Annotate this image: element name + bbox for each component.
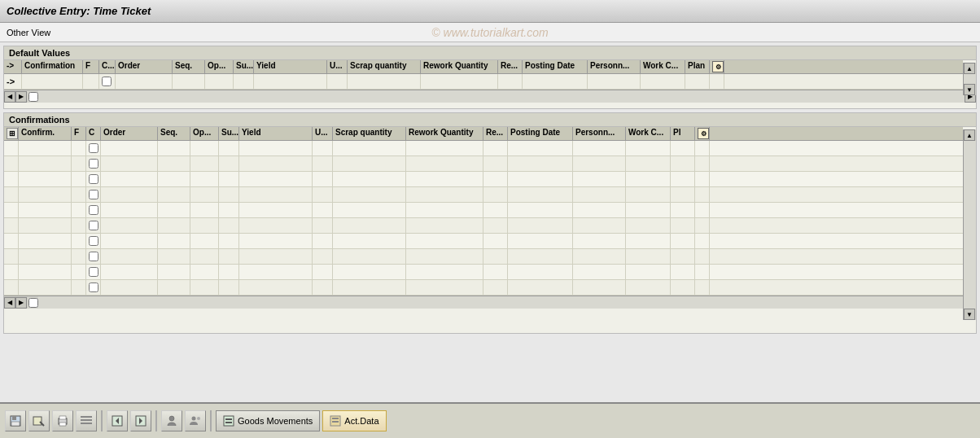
row-order[interactable] — [116, 74, 173, 89]
col2-g-header[interactable]: ⊞ — [4, 127, 19, 140]
list-item[interactable] — [86, 265, 101, 279]
list-item[interactable] — [86, 187, 101, 202]
svg-point-17 — [197, 417, 200, 420]
list-item — [483, 187, 508, 202]
row-op[interactable] — [205, 74, 234, 89]
hscroll-checkbox[interactable] — [28, 92, 38, 102]
next-page-button[interactable] — [130, 410, 151, 431]
scroll-up-btn[interactable]: ▲ — [964, 63, 975, 74]
list-item[interactable] — [86, 249, 101, 264]
list-item[interactable] — [86, 141, 101, 155]
col2-c-header: C — [86, 127, 101, 140]
list-item — [72, 203, 86, 217]
list-item — [101, 187, 158, 202]
row-checkbox[interactable] — [89, 267, 98, 277]
scroll-down-btn[interactable]: ▼ — [964, 84, 975, 95]
goods-movements-button[interactable]: Goods Movements — [216, 410, 320, 431]
table-row — [4, 203, 963, 218]
list-item — [626, 187, 671, 202]
row-checkbox[interactable] — [89, 283, 98, 292]
hscroll-track[interactable] — [38, 90, 965, 103]
row-confirmation[interactable] — [22, 74, 83, 89]
row-yield[interactable] — [254, 74, 327, 89]
row-re[interactable] — [498, 74, 523, 89]
list-item — [72, 265, 86, 279]
list-item — [626, 172, 671, 186]
scroll-right-btn2[interactable]: ▶ — [15, 91, 27, 103]
print-button[interactable] — [52, 410, 73, 431]
row-checkbox[interactable] — [89, 174, 98, 184]
list-item — [626, 265, 671, 279]
col-f-header: F — [83, 60, 99, 73]
row-checkbox[interactable] — [89, 205, 98, 215]
row-c[interactable] — [99, 74, 116, 89]
save-button[interactable] — [5, 410, 26, 431]
list-item[interactable] — [86, 280, 101, 295]
col2-su-header: Su... — [219, 127, 239, 140]
list-item[interactable] — [86, 203, 101, 217]
conf-scroll-left-btn[interactable]: ◀ — [4, 297, 15, 309]
col-settings-header[interactable]: ⚙ — [710, 60, 724, 73]
col-scrap-header: Scrap quantity — [348, 60, 421, 73]
row-su[interactable] — [234, 74, 254, 89]
list-item[interactable] — [86, 234, 101, 248]
scroll-track[interactable] — [964, 74, 976, 84]
settings-icon[interactable]: ⚙ — [712, 61, 724, 72]
row-checkbox[interactable] — [89, 252, 98, 261]
conf-vscrollbar[interactable]: ▲ ▼ — [963, 129, 976, 320]
default-hscrollbar[interactable]: ◀ ▶ ▶ — [4, 90, 976, 103]
col2-plant-header: Pl — [671, 127, 695, 140]
row-plant[interactable] — [685, 74, 710, 89]
confirmations-header-row: ⊞ Confirm. F C Order Seq. Op... Su... Yi… — [4, 127, 963, 141]
list-item[interactable] — [86, 218, 101, 233]
conf-scroll-right-btn2[interactable]: ▶ — [15, 297, 27, 309]
list-item — [190, 280, 219, 295]
col2-settings-header[interactable]: ⚙ — [695, 127, 710, 140]
watermark: © www.tutorialkart.com — [431, 26, 548, 39]
row-checkbox[interactable] — [89, 159, 98, 169]
conf-hscroll-checkbox[interactable] — [28, 298, 38, 308]
row-workc[interactable] — [641, 74, 685, 89]
col-order-header: Order — [116, 60, 173, 73]
list-item — [190, 218, 219, 233]
scroll-left-btn[interactable]: ◀ — [4, 91, 15, 103]
default-vscrollbar[interactable]: ▲ ▼ — [963, 63, 976, 95]
row-c-checkbox[interactable] — [102, 77, 112, 86]
person2-button[interactable] — [185, 410, 206, 431]
row-checkbox[interactable] — [89, 143, 98, 153]
config-button[interactable] — [76, 410, 97, 431]
conf-hscroll-track[interactable] — [38, 296, 965, 309]
list-item — [4, 203, 19, 217]
conf-scroll-down-btn[interactable]: ▼ — [964, 309, 975, 320]
list-item — [101, 234, 158, 248]
expand-icon[interactable]: ⊞ — [7, 128, 18, 139]
prev-page-button[interactable] — [107, 410, 128, 431]
config-icon — [80, 414, 93, 427]
list-item — [72, 280, 86, 295]
row-u[interactable] — [327, 74, 348, 89]
row-checkbox[interactable] — [89, 236, 98, 246]
row-checkbox[interactable] — [89, 221, 98, 230]
find-button[interactable] — [28, 410, 50, 431]
list-item — [313, 218, 333, 233]
other-view-menu[interactable]: Other View — [7, 28, 50, 37]
default-values-header-row: -> Confirmation F C... Order Seq. Op... … — [4, 60, 963, 74]
row-checkbox[interactable] — [89, 190, 98, 199]
list-item — [626, 280, 671, 295]
row-seq[interactable] — [173, 74, 205, 89]
conf-settings-icon[interactable]: ⚙ — [698, 128, 709, 139]
list-item[interactable] — [86, 172, 101, 186]
row-person[interactable] — [588, 74, 641, 89]
svg-point-16 — [192, 417, 196, 421]
list-item — [333, 203, 406, 217]
act-data-button[interactable]: Act.Data — [322, 410, 386, 431]
list-item — [239, 203, 313, 217]
conf-scroll-track[interactable] — [964, 141, 976, 309]
row-scrap[interactable] — [348, 74, 421, 89]
conf-hscrollbar[interactable]: ◀ ▶ ▶ — [4, 296, 976, 309]
row-rework[interactable] — [421, 74, 498, 89]
conf-scroll-up-btn[interactable]: ▲ — [964, 129, 975, 141]
person-button[interactable] — [161, 410, 182, 431]
list-item[interactable] — [86, 156, 101, 171]
row-posting[interactable] — [523, 74, 588, 89]
